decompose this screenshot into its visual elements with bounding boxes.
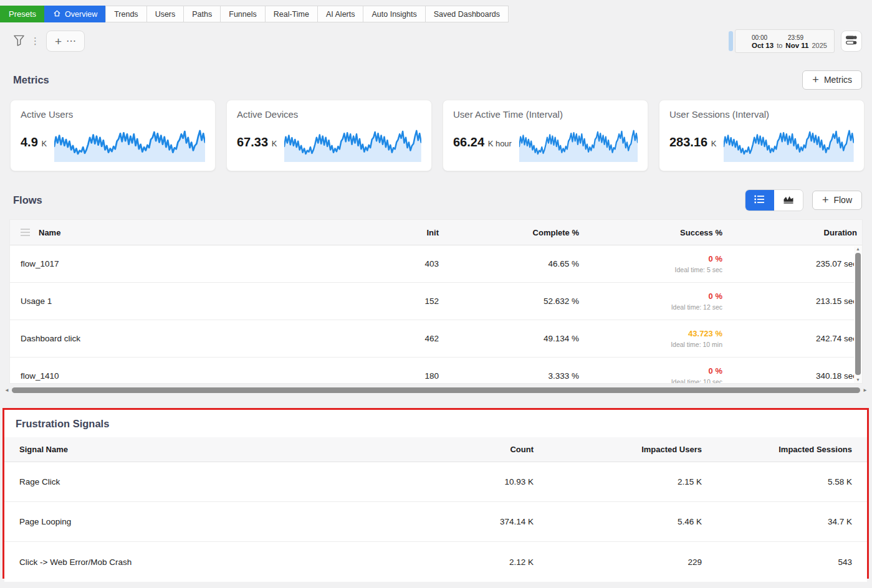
col-success[interactable]: Success % (584, 228, 727, 237)
metric-unit: K (711, 139, 717, 148)
metric-label: User Active Time (Interval) (453, 109, 638, 120)
add-filter-button[interactable]: + ⋯ (46, 31, 85, 52)
ellipsis-icon: ⋯ (66, 36, 76, 46)
scroll-down-icon[interactable]: ▼ (856, 377, 860, 383)
tab-funnels[interactable]: Funnels (220, 6, 265, 22)
flow-init: 403 (369, 259, 444, 268)
plus-icon: + (55, 36, 62, 47)
sparkline-chart (54, 122, 205, 162)
flow-name: flow_1017 (21, 259, 59, 268)
tab-paths[interactable]: Paths (183, 6, 221, 22)
flow-init: 180 (369, 371, 444, 381)
drag-handle-icon[interactable] (21, 229, 30, 236)
sparkline-chart (284, 122, 421, 162)
metric-unit: K (41, 139, 47, 148)
flow-success: 43.723 % Ideal time: 10 min (584, 329, 727, 348)
filter-toolbar: ⋮ + ⋯ 00:00 23:59 Oct 13 to Nov 11 2025 (12, 30, 862, 52)
flow-row-usage-1[interactable]: Usage 1 152 52.632 % 0 % Ideal time: 12 … (10, 283, 862, 320)
col-complete[interactable]: Complete % (444, 228, 584, 237)
kebab-menu-icon[interactable]: ⋮ (31, 36, 40, 47)
area-chart-icon (783, 195, 794, 206)
signal-row-rage-click[interactable]: Rage Click 10.93 K 2.15 K 5.58 K (4, 462, 867, 502)
flow-name: Usage 1 (21, 296, 52, 306)
ideal-time: Ideal time: 10 sec (584, 378, 722, 384)
add-flow-button[interactable]: + Flow (812, 191, 862, 210)
metrics-title: Metrics (13, 74, 49, 86)
signal-users: 5.46 K (534, 517, 702, 526)
vertical-scroll-thumb[interactable] (855, 253, 861, 375)
date-year: 2025 (812, 42, 826, 49)
vertical-scrollbar[interactable]: ▲ ▼ (854, 246, 862, 383)
flow-name: flow_1410 (21, 371, 59, 381)
flows-header: Flows + Flow (13, 190, 862, 210)
tab-overview[interactable]: Overview (44, 6, 106, 22)
tab-saved-dashboards[interactable]: Saved Dashboards (425, 6, 509, 22)
comparison-toggle-button[interactable] (841, 31, 862, 52)
signal-count: 2.12 K (384, 557, 534, 567)
add-metrics-button[interactable]: + Metrics (802, 70, 862, 90)
flow-complete: 52.632 % (444, 296, 584, 306)
metric-card-active-users[interactable]: Active Users 4.9 K (10, 100, 216, 171)
flows-table-header: Name Init Complete % Success % Duration (10, 220, 862, 245)
signal-name: Click -> Web Error/Mob Crash (4, 557, 384, 567)
flow-row-dashboard-click[interactable]: Dashboard click 462 49.134 % 43.723 % Id… (10, 320, 862, 358)
time-range: 00:00 23:59 (752, 34, 828, 41)
horizontal-scrollbar[interactable]: ◄ ► (4, 386, 868, 394)
tab-trends[interactable]: Trends (105, 6, 146, 22)
col-signal-name[interactable]: Signal Name (4, 445, 384, 454)
start-date: Oct 13 (752, 42, 774, 49)
col-impacted-sessions[interactable]: Impacted Sessions (702, 445, 867, 454)
list-view-button[interactable] (745, 190, 774, 211)
tab-auto-insights[interactable]: Auto Insights (363, 6, 425, 22)
toggle-switches-icon (845, 35, 858, 47)
signal-row-page-looping[interactable]: Page Looping 374.14 K 5.46 K 34.7 K (4, 502, 867, 542)
horizontal-scroll-thumb[interactable] (12, 387, 860, 393)
chart-view-button[interactable] (774, 190, 803, 211)
metric-card-user-sessions[interactable]: User Sessions (Interval) 283.16 K (659, 100, 865, 171)
flow-duration: 242.74 sec (727, 334, 862, 343)
flow-success: 0 % Ideal time: 5 sec (584, 254, 727, 273)
flow-name: Dashboard click (21, 334, 80, 343)
date-to-label: to (777, 42, 782, 49)
scroll-left-icon[interactable]: ◄ (4, 387, 10, 393)
metric-card-user-active-time[interactable]: User Active Time (Interval) 66.24 K hour (443, 100, 648, 171)
col-impacted-users[interactable]: Impacted Users (534, 445, 702, 454)
col-count[interactable]: Count (384, 445, 534, 454)
signal-row-click-web-error-mob-crash[interactable]: Click -> Web Error/Mob Crash 2.12 K 229 … (4, 542, 867, 582)
scroll-right-icon[interactable]: ► (862, 387, 868, 393)
flow-duration: 340.18 sec (727, 371, 862, 381)
tab-real-time[interactable]: Real-Time (265, 6, 318, 22)
frustration-title: Frustration Signals (4, 410, 867, 437)
end-time: 23:59 (788, 34, 803, 41)
flow-duration: 235.07 sec (727, 259, 862, 268)
signal-name: Rage Click (4, 477, 384, 486)
flow-row-flow_1017[interactable]: flow_1017 403 46.65 % 0 % Ideal time: 5 … (10, 245, 862, 283)
flow-success: 0 % Ideal time: 10 sec (584, 366, 727, 384)
metric-card-active-devices[interactable]: Active Devices 67.33 K (226, 100, 432, 171)
col-duration[interactable]: Duration (727, 228, 862, 237)
scroll-up-icon[interactable]: ▲ (856, 246, 860, 252)
funnel-icon (12, 34, 26, 49)
metric-value: 283.16 K (669, 135, 716, 149)
frustration-table-header: Signal Name Count Impacted Users Impacte… (4, 437, 867, 462)
flow-init: 462 (369, 334, 444, 343)
signal-count: 374.14 K (384, 517, 534, 526)
flows-title: Flows (13, 194, 42, 206)
end-date: Nov 11 (785, 42, 808, 49)
flow-init: 152 (369, 296, 444, 306)
signal-sessions: 34.7 K (702, 517, 867, 526)
date-range-picker[interactable]: 00:00 23:59 Oct 13 to Nov 11 2025 (729, 29, 835, 53)
start-time: 00:00 (752, 34, 767, 41)
flow-success: 0 % Ideal time: 12 sec (584, 292, 727, 311)
tab-ai-alerts[interactable]: AI Alerts (317, 6, 364, 22)
metric-value: 66.24 K hour (453, 135, 512, 149)
flow-row-flow_1410[interactable]: flow_1410 180 3.333 % 0 % Ideal time: 10… (10, 358, 862, 384)
plus-icon: + (812, 74, 819, 85)
col-init[interactable]: Init (369, 228, 444, 237)
col-name[interactable]: Name (39, 228, 60, 237)
tab-presets[interactable]: Presets (0, 6, 45, 22)
filter-button[interactable] (12, 34, 26, 49)
metric-value: 4.9 K (21, 135, 47, 149)
flow-complete: 3.333 % (444, 371, 584, 381)
tab-users[interactable]: Users (146, 6, 184, 22)
